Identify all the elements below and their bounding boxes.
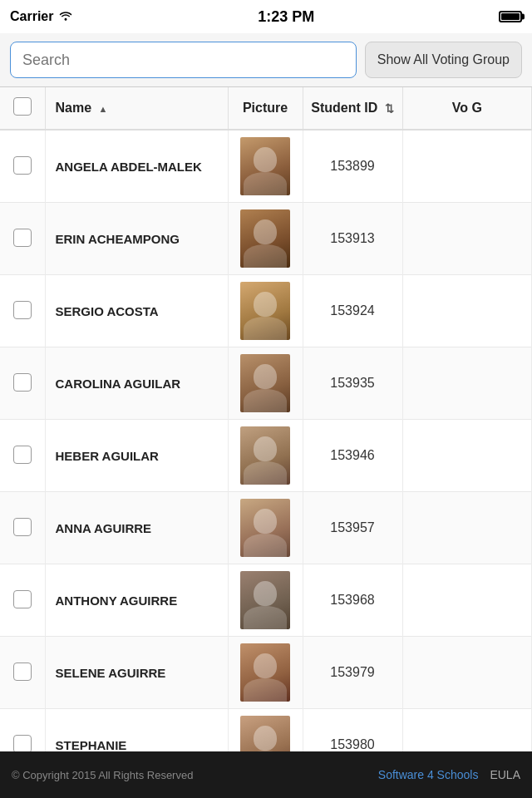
student-photo <box>240 571 290 629</box>
student-photo <box>240 354 290 412</box>
student-photo <box>240 137 290 195</box>
table-container: Name Picture Student ID Vo G <box>0 87 532 781</box>
face-body <box>244 172 287 195</box>
row-checkbox-cell[interactable] <box>0 347 45 420</box>
face-body <box>244 461 287 485</box>
face-body <box>244 678 287 702</box>
row-picture <box>228 637 303 709</box>
row-name: ANGELA ABDEL-MALEK <box>45 130 228 203</box>
toolbar: Show All Voting Group <box>0 33 532 87</box>
face-head <box>254 726 277 751</box>
student-photo <box>240 209 290 268</box>
row-name: HEBER AGUILAR <box>45 420 228 492</box>
table-row: HEBER AGUILAR 153946 <box>0 420 532 492</box>
row-checkbox-cell[interactable] <box>0 420 45 492</box>
face-head <box>254 292 277 317</box>
carrier-info: Carrier <box>10 9 73 24</box>
face-head <box>254 219 277 244</box>
table-row: ANNA AGUIRRE 153957 <box>0 492 532 564</box>
face-body <box>244 317 287 340</box>
search-input[interactable] <box>10 42 357 78</box>
table-row: ANGELA ABDEL-MALEK 153899 <box>0 130 532 203</box>
battery-icon <box>499 11 522 22</box>
row-voting-group <box>402 420 532 492</box>
face-head <box>254 509 277 534</box>
row-student-id: 153968 <box>303 564 402 637</box>
row-checkbox[interactable] <box>13 301 32 319</box>
student-photo <box>240 282 290 340</box>
student-photo <box>240 643 290 702</box>
face-head <box>254 147 277 172</box>
name-sort-icon[interactable] <box>99 101 108 116</box>
row-name: CAROLINA AGUILAR <box>45 347 228 420</box>
table-row: SELENE AGUIRRE 153979 <box>0 637 532 709</box>
face-silhouette <box>240 137 290 195</box>
row-student-id: 153913 <box>303 203 402 275</box>
face-silhouette <box>240 499 290 557</box>
row-voting-group <box>402 347 532 420</box>
student-id-column-header[interactable]: Student ID <box>303 87 402 130</box>
select-all-checkbox[interactable] <box>13 97 32 116</box>
row-checkbox[interactable] <box>13 663 32 681</box>
time-display: 1:23 PM <box>258 8 314 26</box>
show-voting-group-button[interactable]: Show All Voting Group <box>365 42 522 78</box>
row-checkbox-cell[interactable] <box>0 637 45 709</box>
face-silhouette <box>240 426 290 485</box>
row-name: ANNA AGUIRRE <box>45 492 228 564</box>
row-name: ANTHONY AGUIRRE <box>45 564 228 637</box>
carrier-label: Carrier <box>10 9 53 24</box>
select-all-header[interactable] <box>0 87 45 130</box>
row-picture <box>228 275 303 347</box>
footer-links: Software 4 Schools EULA <box>378 768 520 781</box>
copyright-text: © Copyright 2015 All Rights Reserved <box>12 769 193 781</box>
face-head <box>254 364 277 389</box>
row-voting-group <box>402 203 532 275</box>
row-checkbox[interactable] <box>13 735 32 753</box>
face-silhouette <box>240 643 290 702</box>
row-student-id: 153979 <box>303 637 402 709</box>
face-silhouette <box>240 282 290 340</box>
students-table-wrapper: Name Picture Student ID Vo G <box>0 87 532 798</box>
row-picture <box>228 420 303 492</box>
student-photo <box>240 426 290 485</box>
row-checkbox[interactable] <box>13 229 32 247</box>
row-checkbox-cell[interactable] <box>0 564 45 637</box>
row-name: SELENE AGUIRRE <box>45 637 228 709</box>
face-head <box>254 581 277 606</box>
studentid-sort-icon[interactable] <box>385 101 394 116</box>
row-student-id: 153957 <box>303 492 402 564</box>
row-checkbox-cell[interactable] <box>0 203 45 275</box>
row-voting-group <box>402 492 532 564</box>
software-schools-link[interactable]: Software 4 Schools <box>378 768 479 781</box>
row-picture <box>228 564 303 637</box>
eula-link[interactable]: EULA <box>490 768 520 781</box>
status-bar: Carrier 1:23 PM <box>0 0 532 33</box>
row-checkbox[interactable] <box>13 590 32 608</box>
row-checkbox[interactable] <box>13 373 32 392</box>
row-picture <box>228 130 303 203</box>
row-student-id: 153924 <box>303 275 402 347</box>
row-picture <box>228 492 303 564</box>
face-head <box>254 436 277 461</box>
voting-group-column-header: Vo G <box>402 87 532 130</box>
face-body <box>244 606 287 629</box>
row-voting-group <box>402 564 532 637</box>
row-voting-group <box>402 130 532 203</box>
picture-column-header: Picture <box>228 87 303 130</box>
table-header-row: Name Picture Student ID Vo G <box>0 87 532 130</box>
row-name: SERGIO ACOSTA <box>45 275 228 347</box>
face-silhouette <box>240 209 290 268</box>
table-row: CAROLINA AGUILAR 153935 <box>0 347 532 420</box>
row-checkbox[interactable] <box>13 518 32 536</box>
name-column-header[interactable]: Name <box>45 87 228 130</box>
row-checkbox[interactable] <box>13 156 32 175</box>
row-checkbox-cell[interactable] <box>0 275 45 347</box>
row-checkbox[interactable] <box>13 446 32 464</box>
row-student-id: 153935 <box>303 347 402 420</box>
face-body <box>244 389 287 412</box>
row-checkbox-cell[interactable] <box>0 492 45 564</box>
row-name: ERIN ACHEAMPONG <box>45 203 228 275</box>
student-photo <box>240 499 290 557</box>
row-checkbox-cell[interactable] <box>0 130 45 203</box>
face-body <box>244 534 287 557</box>
